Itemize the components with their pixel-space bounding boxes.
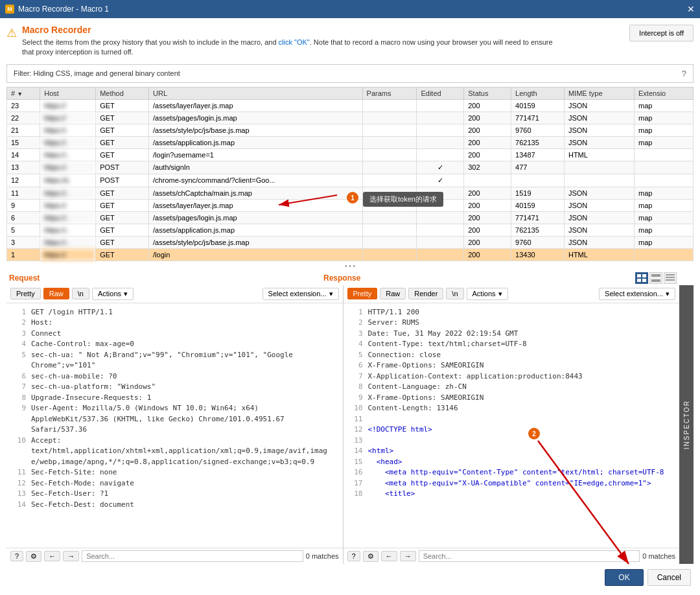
grid-view-icon[interactable]	[635, 272, 648, 284]
col-length[interactable]: Length	[511, 87, 565, 99]
request-line: 8Upgrade-Insecure-Requests: 1	[10, 393, 339, 404]
filter-bar: Filter: Hiding CSS, image and general bi…	[6, 64, 694, 83]
request-line: 2Host:	[10, 318, 339, 329]
request-raw-tab[interactable]: Raw	[43, 288, 69, 299]
table-row[interactable]: 21https://.GET/assets/style/pc/js/base.j…	[7, 124, 694, 136]
request-content: 1GET /login HTTP/1.12Host:3Connect4Cache…	[6, 303, 343, 548]
request-newline-tab[interactable]: \n	[72, 288, 89, 299]
chevron-down-icon-4: ▾	[666, 290, 670, 298]
response-line: 18 <title>	[347, 489, 676, 500]
header-description: Select the items from the proxy history …	[22, 38, 554, 58]
table-row[interactable]: 13https://.POST/auth/signIn✓302477	[7, 161, 694, 174]
chevron-down-icon-2: ▾	[329, 290, 333, 298]
request-line: 9User-Agent: Mozilla/5.0 (Windows NT 10.…	[10, 403, 339, 414]
request-toolbar: Pretty Raw \n Actions ▾ Select extension…	[6, 285, 343, 303]
table-row[interactable]: 22https://GET/assets/pages/login.js.map2…	[7, 111, 694, 124]
request-line: 6sec-ch-ua-mobile: ?0	[10, 371, 339, 382]
response-render-tab[interactable]: Render	[408, 288, 443, 299]
col-status[interactable]: Status	[464, 87, 511, 99]
table-row[interactable]: 5https://..GET/assets/application.js.map…	[7, 224, 694, 236]
response-pretty-tab[interactable]: Pretty	[347, 288, 378, 299]
request-actions-btn[interactable]: Actions ▾	[92, 288, 134, 300]
table-row[interactable]: 3https://..GET/assets/style/pc/js/base.j…	[7, 236, 694, 248]
chevron-down-icon-3: ▾	[498, 290, 502, 298]
response-line: 17 <meta http-equiv="X-UA-Compatible" co…	[347, 478, 676, 489]
request-panel: Pretty Raw \n Actions ▾ Select extension…	[6, 285, 344, 564]
dialog-title: Macro Recorder	[22, 25, 554, 35]
response-search-input[interactable]	[419, 550, 640, 562]
svg-rect-1	[642, 274, 646, 277]
inspector-sidebar[interactable]: INSPECTOR	[679, 285, 694, 564]
response-matches: 0 matches	[642, 552, 675, 560]
table-row[interactable]: 6https://..GET/assets/pages/login.js.map…	[7, 211, 694, 224]
response-help-btn[interactable]: ?	[347, 551, 360, 561]
request-line: Chrome";v="101"	[10, 360, 339, 371]
header-section: ⚠ Macro Recorder Select the items from t…	[6, 25, 694, 58]
response-line: 13	[347, 436, 676, 447]
request-line: 14Sec-Fetch-Dest: document	[10, 500, 339, 511]
response-select-ext-btn[interactable]: Select extension... ▾	[599, 288, 675, 300]
table-row[interactable]: 1https://.GET/login20013430HTML	[7, 248, 694, 261]
response-raw-tab[interactable]: Raw	[380, 288, 406, 299]
svg-rect-3	[642, 279, 646, 282]
response-newline-tab[interactable]: \n	[446, 288, 463, 299]
col-num[interactable]: # ▼	[7, 87, 40, 99]
request-search-input[interactable]	[82, 550, 303, 562]
request-matches: 0 matches	[306, 552, 339, 560]
request-line: AppleWebKit/537.36 (KHTML, like Gecko) C…	[10, 414, 339, 425]
response-line: 8Content-Language: zh-CN	[347, 382, 676, 393]
col-host[interactable]: Host	[40, 87, 96, 99]
close-icon[interactable]: ✕	[687, 4, 695, 14]
request-pretty-tab[interactable]: Pretty	[10, 288, 41, 299]
table-row[interactable]: 14https://..GET/login?username=120013487…	[7, 148, 694, 161]
response-settings-btn[interactable]: ⚙	[363, 551, 379, 562]
tooltip-1: 选择获取token的请求	[363, 192, 443, 207]
intercept-button[interactable]: Intercept is off	[629, 25, 694, 41]
col-edited[interactable]: Edited	[417, 87, 464, 99]
cancel-button[interactable]: Cancel	[648, 569, 691, 586]
request-line: 3Connect	[10, 329, 339, 340]
svg-rect-0	[637, 274, 641, 277]
response-actions-btn[interactable]: Actions ▾	[467, 288, 508, 300]
request-line: e/webp,image/apng,*/*;q=0.8,application/…	[10, 457, 339, 468]
detail-view-icon[interactable]	[664, 272, 677, 284]
response-line: 4Content-Type: text/html;charset=UTF-8	[347, 339, 676, 350]
inspector-label: INSPECTOR	[683, 400, 690, 449]
main-container: ⚠ Macro Recorder Select the items from t…	[0, 18, 700, 595]
col-method[interactable]: Method	[96, 87, 149, 99]
request-next-btn[interactable]: →	[63, 551, 79, 561]
request-line: 1GET /login HTTP/1.1	[10, 307, 339, 318]
request-line: 4Cache-Control: max-age=0	[10, 339, 339, 350]
svg-rect-2	[637, 279, 641, 282]
svg-rect-7	[666, 277, 675, 278]
list-view-icon[interactable]	[649, 272, 662, 284]
response-line: 3Date: Tue, 31 May 2022 02:19:54 GMT	[347, 329, 676, 340]
request-select-ext-btn[interactable]: Select extension... ▾	[262, 288, 339, 300]
col-mime[interactable]: MIME type	[564, 87, 634, 99]
click-ok-link[interactable]: click "OK"	[279, 38, 310, 46]
svg-rect-5	[651, 279, 660, 282]
response-next-btn[interactable]: →	[400, 551, 416, 561]
ok-button[interactable]: OK	[605, 569, 643, 586]
col-params[interactable]: Params	[362, 87, 417, 99]
request-prev-btn[interactable]: ←	[44, 551, 60, 561]
response-footer: ? ⚙ ← → 0 matches	[344, 548, 680, 564]
filter-help-icon[interactable]: ?	[682, 69, 686, 78]
col-ext[interactable]: Extensio	[635, 87, 694, 99]
table-row[interactable]: 15https://.GET/assets/application.js.map…	[7, 136, 694, 148]
request-help-btn[interactable]: ?	[10, 551, 23, 561]
table-row[interactable]: 12https://cPOST/chrome-sync/command/?cli…	[7, 174, 694, 187]
divider: • • •	[6, 261, 694, 271]
col-url[interactable]: URL	[149, 87, 363, 99]
chevron-down-icon: ▾	[124, 290, 128, 298]
response-line: 6X-Frame-Options: SAMEORIGIN	[347, 360, 676, 371]
response-prev-btn[interactable]: ←	[381, 551, 397, 561]
panels-header: Request Response	[6, 271, 694, 285]
request-line: 11Sec-Fetch-Site: none	[10, 467, 339, 478]
table-row[interactable]: 23https://GET/assets/layer/layer.js.map2…	[7, 99, 694, 111]
svg-rect-4	[651, 274, 660, 277]
response-content: 1HTTP/1.1 2002Server: RUMS3Date: Tue, 31…	[344, 303, 680, 548]
response-line: 2Server: RUMS	[347, 318, 676, 329]
request-settings-btn[interactable]: ⚙	[26, 551, 41, 562]
filter-text: Filter: Hiding CSS, image and general bi…	[14, 69, 180, 77]
